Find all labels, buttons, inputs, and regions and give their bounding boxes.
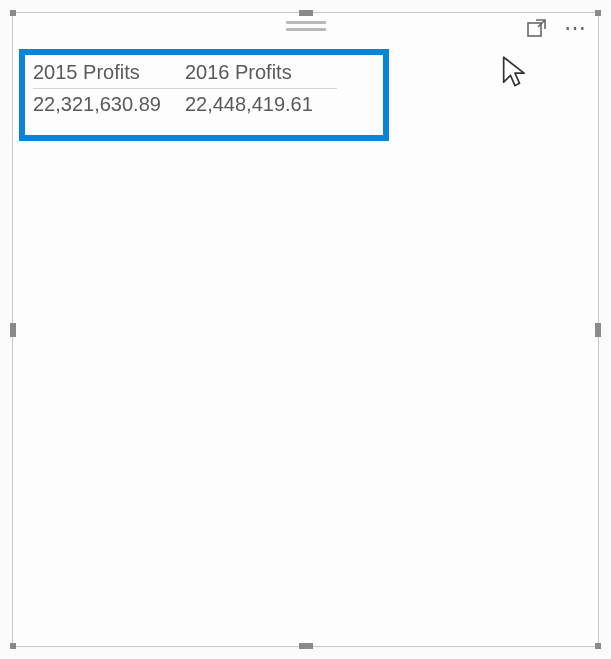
column-header-2016[interactable]: 2016 Profits	[185, 61, 337, 89]
table-row[interactable]: 22,321,630.89 22,448,419.61	[33, 89, 337, 117]
drag-grip-icon[interactable]	[286, 21, 326, 31]
resize-handle-bottom-left[interactable]	[10, 643, 16, 649]
more-options-icon[interactable]: ⋯	[560, 17, 592, 39]
resize-handle-mid-left[interactable]	[10, 323, 16, 337]
resize-handle-bottom-right[interactable]	[595, 643, 601, 649]
focus-mode-icon[interactable]	[524, 15, 550, 41]
cell-2016-profits: 22,448,419.61	[185, 89, 337, 117]
tile-header: ⋯	[13, 13, 598, 43]
cell-2015-profits: 22,321,630.89	[33, 89, 185, 117]
cursor-arrow-icon	[501, 55, 529, 89]
profits-table: 2015 Profits 2016 Profits 22,321,630.89 …	[33, 61, 337, 116]
table-header-row: 2015 Profits 2016 Profits	[33, 61, 337, 89]
report-visual-tile[interactable]: ⋯ 2015 Profits 2016 Profits 22,321,630.8…	[12, 12, 599, 647]
column-header-2015[interactable]: 2015 Profits	[33, 61, 185, 89]
resize-handle-bottom-center[interactable]	[299, 643, 313, 649]
resize-handle-mid-right[interactable]	[595, 323, 601, 337]
highlight-callout: 2015 Profits 2016 Profits 22,321,630.89 …	[19, 49, 389, 141]
tile-header-actions: ⋯	[524, 15, 592, 41]
